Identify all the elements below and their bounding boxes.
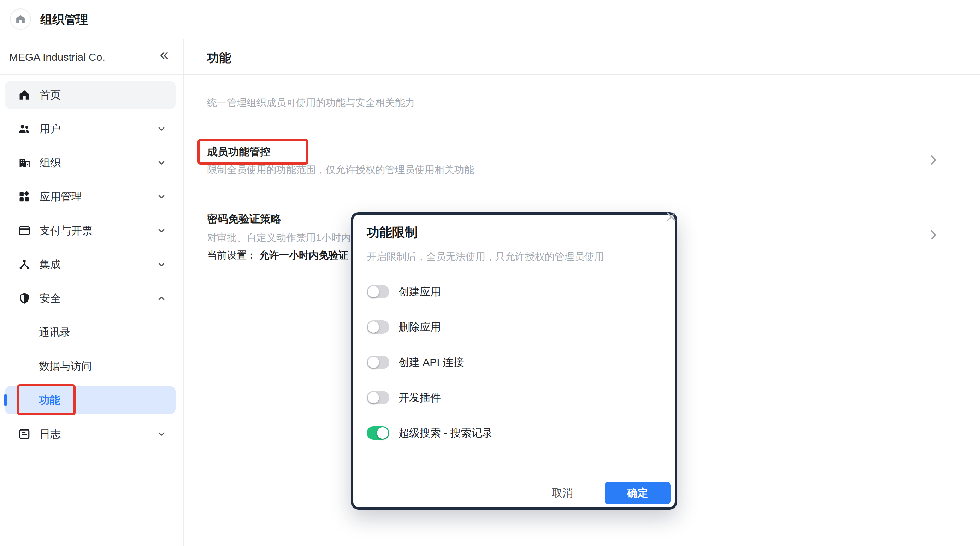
chevron-down-icon [156, 429, 166, 439]
section-member-feature-control-subtitle: 限制全员使用的功能范围，仅允许授权的管理员使用相关功能 [207, 163, 474, 176]
toggle-label: 创建 API 连接 [398, 355, 464, 370]
sidebar-item-label: 首页 [40, 88, 61, 102]
sidebar-item-org[interactable]: 组织 [5, 149, 176, 177]
app-logo[interactable] [10, 8, 31, 30]
sidebar-item-features[interactable]: 功能 [5, 386, 176, 414]
modal-title: 功能限制 [367, 224, 418, 241]
toggle-knob [368, 392, 379, 403]
toggle-switch[interactable] [367, 426, 389, 440]
modal-subtitle: 开启限制后，全员无法使用，只允许授权的管理员使用 [367, 250, 604, 263]
toggle-knob [368, 357, 379, 368]
sidebar-item-label: 用户 [40, 122, 61, 136]
home-icon [15, 14, 26, 24]
sidebar-item-apps[interactable]: 应用管理 [5, 183, 176, 211]
sidebar-item-billing[interactable]: 支付与开票 [5, 216, 176, 245]
sidebar-item-label: 支付与开票 [40, 224, 92, 238]
toggle-switch[interactable] [367, 320, 389, 334]
sidebar-item-label: 安全 [40, 291, 61, 306]
company-name: MEGA Industrial Co. [9, 51, 105, 63]
integration-icon [18, 259, 30, 270]
section-member-feature-control-title: 成员功能管控 [207, 145, 270, 159]
active-indicator-bar [4, 394, 7, 406]
toggle-row: 超级搜索 - 搜索记录 [367, 426, 493, 440]
sidebar-item-label: 组织 [40, 156, 61, 170]
top-header: 组织管理 [0, 0, 980, 39]
current-setting: 当前设置：允许一小时内免验证 [207, 249, 348, 262]
chevron-right-icon[interactable] [927, 153, 940, 167]
chevron-right-icon[interactable] [927, 228, 940, 241]
modal-footer: 取消 确定 [552, 482, 671, 504]
confirm-button[interactable]: 确定 [605, 482, 671, 504]
home-icon [18, 89, 30, 101]
current-setting-label: 当前设置： [207, 250, 256, 260]
sidebar-item-data-access[interactable]: 数据与访问 [5, 352, 176, 380]
section-password-policy-subtitle: 对审批、自定义动作禁用1小时内免 [207, 231, 361, 244]
sidebar-item-label: 应用管理 [40, 190, 82, 204]
sidebar-item-security[interactable]: 安全 [5, 284, 176, 313]
toggle-knob [377, 427, 388, 439]
section-page-title: 功能 [207, 50, 231, 66]
shield-icon [18, 292, 30, 305]
chevron-up-icon [156, 294, 166, 303]
company-row: MEGA Industrial Co. « [0, 39, 183, 75]
sidebar-item-label: 日志 [40, 427, 61, 441]
building-icon [18, 157, 30, 169]
sidebar-item-integrations[interactable]: 集成 [5, 251, 176, 279]
sidebar: MEGA Industrial Co. « 首页用户组织应用管理支付与开票集成安… [0, 39, 184, 546]
feature-restriction-modal: 功能限制 开启限制后，全员无法使用，只允许授权的管理员使用 创建应用删除应用创建… [351, 212, 677, 509]
chevron-down-icon [156, 124, 166, 134]
toggle-switch[interactable] [367, 356, 389, 369]
toggle-row: 开发插件 [367, 390, 493, 405]
document-icon [18, 428, 30, 440]
sidebar-collapse-button[interactable]: « [160, 47, 169, 62]
section-password-policy-title: 密码免验证策略 [207, 212, 281, 226]
chevron-down-icon [156, 226, 166, 236]
toggle-switch[interactable] [367, 391, 389, 405]
toggle-row: 创建应用 [367, 285, 493, 299]
toggle-label: 开发插件 [398, 390, 441, 405]
toggle-label: 超级搜索 - 搜索记录 [398, 426, 493, 440]
toggle-list: 创建应用删除应用创建 API 连接开发插件超级搜索 - 搜索记录 [367, 285, 493, 461]
sidebar-item-label: 通讯录 [39, 325, 71, 340]
chevron-down-icon [156, 192, 166, 202]
chevron-down-icon [156, 260, 166, 270]
current-setting-value: 允许一小时内免验证 [259, 250, 348, 260]
organization-admin-page: 组织管理 MEGA Industrial Co. « 首页用户组织应用管理支付与… [0, 0, 980, 546]
sidebar-item-logs[interactable]: 日志 [5, 420, 176, 448]
divider [207, 126, 957, 126]
sidebar-item-label: 数据与访问 [39, 359, 92, 374]
sidebar-item-users[interactable]: 用户 [5, 115, 176, 143]
sidebar-nav: 首页用户组织应用管理支付与开票集成安全通讯录数据与访问功能日志 [0, 75, 183, 448]
page-title: 组织管理 [40, 12, 88, 28]
chevron-down-icon [156, 158, 166, 168]
toggle-row: 创建 API 连接 [367, 355, 493, 370]
page-description: 统一管理组织成员可使用的功能与安全相关能力 [207, 96, 415, 110]
divider [207, 193, 957, 193]
users-icon [18, 123, 30, 135]
close-icon[interactable] [665, 210, 678, 224]
toggle-label: 创建应用 [398, 285, 441, 299]
toggle-row: 删除应用 [367, 320, 493, 334]
apps-grid-icon [18, 191, 30, 203]
cancel-button[interactable]: 取消 [552, 486, 573, 500]
sidebar-item-label: 功能 [39, 393, 60, 408]
main-header: 功能 [184, 39, 980, 75]
sidebar-item-home[interactable]: 首页 [5, 81, 176, 109]
toggle-knob [368, 321, 379, 333]
toggle-knob [368, 286, 379, 297]
sidebar-item-contacts[interactable]: 通讯录 [5, 318, 176, 346]
toggle-label: 删除应用 [398, 320, 441, 335]
sidebar-item-label: 集成 [40, 257, 61, 272]
credit-card-icon [18, 225, 30, 236]
toggle-switch[interactable] [367, 285, 389, 298]
